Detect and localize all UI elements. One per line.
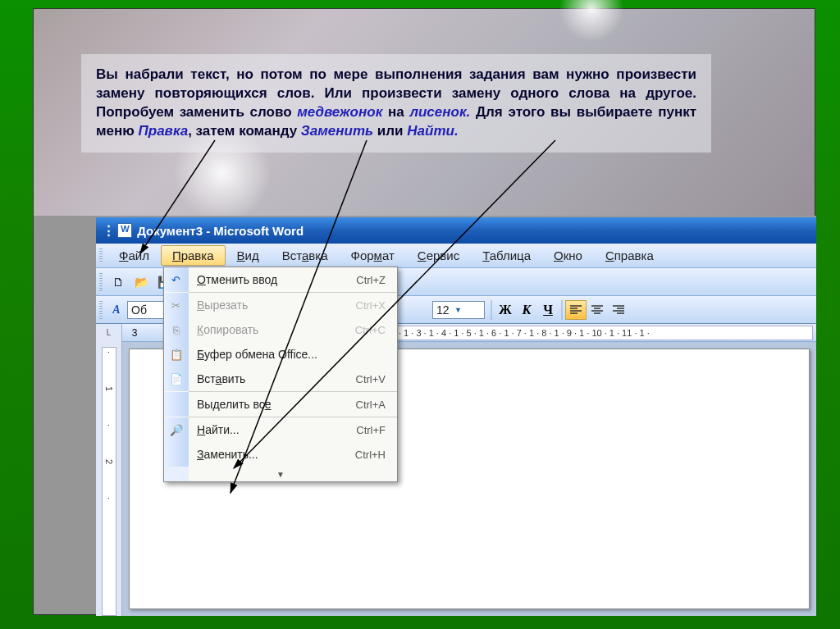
align-center-button[interactable] xyxy=(587,300,608,320)
align-right-button[interactable] xyxy=(608,300,629,320)
fontsize-selector[interactable]: 12 ▼ xyxy=(432,301,485,319)
shortcut: Ctrl+Z xyxy=(356,274,397,286)
menu-view[interactable]: Вид xyxy=(226,245,271,266)
copy-icon: ⎘ xyxy=(164,317,189,342)
ruler-corner: L xyxy=(96,324,122,342)
menu-window[interactable]: Окно xyxy=(542,245,594,266)
instruction-text: Вы набрали текст, но потом по мере выпол… xyxy=(81,54,711,153)
menu-file[interactable]: Файл xyxy=(107,245,161,266)
clipboard-icon: 📋 xyxy=(164,342,189,367)
ruler-left-value: 3 xyxy=(122,327,147,339)
open-button[interactable]: 📂 xyxy=(130,271,152,293)
dropdown-icon: ▼ xyxy=(453,302,464,318)
menubar: Файл Правка Вид Вставка Формат Сервис Та… xyxy=(96,244,816,268)
italic-button[interactable]: К xyxy=(516,300,537,320)
word-window: ⋮ Документ3 - Microsoft Word Файл Правка… xyxy=(96,216,816,616)
shortcut: Ctrl+A xyxy=(356,399,397,411)
blank-icon xyxy=(164,442,189,467)
menu-help[interactable]: Справка xyxy=(594,245,665,266)
menu-copy: ⎘ Копировать Ctrl+C xyxy=(164,317,397,342)
menu-cut: ✂ Вырезать Ctrl+X xyxy=(164,293,397,317)
blank-icon xyxy=(164,392,189,417)
menubar-grip xyxy=(99,248,103,263)
window-title: Документ3 - Microsoft Word xyxy=(137,224,304,238)
shortcut: Ctrl+F xyxy=(356,424,397,436)
underline-button[interactable]: Ч xyxy=(537,300,559,320)
separator xyxy=(561,300,563,320)
bold-button[interactable]: Ж xyxy=(495,300,516,320)
undo-icon: ↶ xyxy=(164,267,189,292)
menu-select-all[interactable]: Выделить все Ctrl+A xyxy=(164,392,397,417)
menu-paste[interactable]: 📄 Вставить Ctrl+V xyxy=(164,367,397,391)
align-center-icon xyxy=(591,305,603,315)
shortcut: Ctrl+X xyxy=(356,299,397,312)
menu-service[interactable]: Сервис xyxy=(406,245,471,266)
fontsize-value: 12 xyxy=(436,303,450,317)
menu-find[interactable]: 🔎 Найти... Ctrl+F xyxy=(164,417,397,442)
titlebar-grip: ⋮ xyxy=(103,223,114,238)
menu-format[interactable]: Формат xyxy=(339,245,405,266)
cut-icon: ✂ xyxy=(164,293,189,317)
titlebar: ⋮ Документ3 - Microsoft Word xyxy=(96,217,816,244)
styles-button[interactable]: A xyxy=(106,299,127,321)
word-icon xyxy=(117,223,132,238)
toolbar-grip xyxy=(99,273,103,291)
menu-clipboard[interactable]: 📋 Буфер обмена Office... xyxy=(164,342,397,367)
slide: Вы набрали текст, но потом по мере выпол… xyxy=(33,8,815,615)
shortcut: Ctrl+C xyxy=(355,324,397,336)
shortcut: Ctrl+H xyxy=(355,449,397,461)
align-right-icon xyxy=(613,305,624,315)
vertical-ruler-strip[interactable]: · 1 · 2 · xyxy=(102,347,116,616)
find-icon: 🔎 xyxy=(164,417,189,442)
edit-dropdown: ↶ Отменить ввод Ctrl+Z ✂ Вырезать Ctrl+X… xyxy=(163,267,398,482)
menu-expand[interactable]: ▼ xyxy=(164,467,397,481)
menu-undo[interactable]: ↶ Отменить ввод Ctrl+Z xyxy=(164,267,397,292)
menu-table[interactable]: Таблица xyxy=(471,245,542,266)
menu-insert[interactable]: Вставка xyxy=(271,245,340,266)
align-left-button[interactable] xyxy=(565,300,587,320)
ruler-scale[interactable]: · 1 · 3 · 1 · 4 · 1 · 5 · 1 · 6 · 1 · 7 … xyxy=(396,326,813,340)
new-doc-button[interactable]: 🗋 xyxy=(107,271,129,293)
shortcut: Ctrl+V xyxy=(356,373,397,385)
light-spot xyxy=(559,0,624,42)
separator xyxy=(491,300,492,320)
toolbar-grip xyxy=(99,301,103,319)
vertical-ruler: · 1 · 2 · xyxy=(96,342,122,616)
align-left-icon xyxy=(570,305,582,315)
menu-replace[interactable]: Заменить... Ctrl+H xyxy=(164,442,397,467)
paste-icon: 📄 xyxy=(164,367,189,391)
style-value: Об xyxy=(131,303,147,317)
menu-edit[interactable]: Правка xyxy=(161,245,226,266)
